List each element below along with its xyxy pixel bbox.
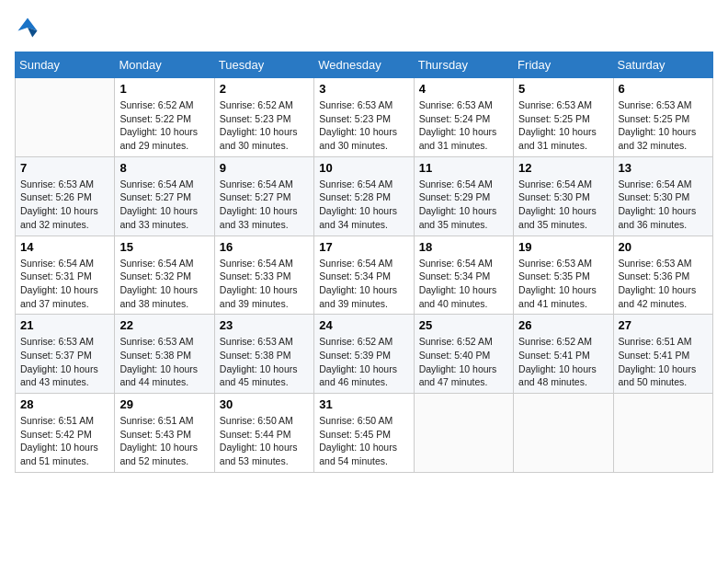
calendar-cell: 29Sunrise: 6:51 AM Sunset: 5:43 PM Dayli… <box>115 394 214 473</box>
day-number: 18 <box>419 240 508 254</box>
calendar-cell: 25Sunrise: 6:52 AM Sunset: 5:40 PM Dayli… <box>414 315 513 394</box>
calendar-cell <box>16 78 115 157</box>
logo <box>15 15 44 40</box>
calendar-cell: 22Sunrise: 6:53 AM Sunset: 5:38 PM Dayli… <box>115 315 214 394</box>
cell-content: Sunrise: 6:53 AM Sunset: 5:36 PM Dayligh… <box>619 257 708 311</box>
cell-content: Sunrise: 6:53 AM Sunset: 5:35 PM Dayligh… <box>518 257 608 311</box>
calendar-week-row: 21Sunrise: 6:53 AM Sunset: 5:37 PM Dayli… <box>16 315 713 394</box>
calendar-cell <box>514 394 613 473</box>
calendar-cell: 2Sunrise: 6:52 AM Sunset: 5:23 PM Daylig… <box>214 78 313 157</box>
calendar-cell: 30Sunrise: 6:50 AM Sunset: 5:44 PM Dayli… <box>214 394 313 473</box>
calendar-body: 1Sunrise: 6:52 AM Sunset: 5:22 PM Daylig… <box>16 78 713 473</box>
weekday-header-sunday: Sunday <box>16 52 115 78</box>
calendar-cell: 23Sunrise: 6:53 AM Sunset: 5:38 PM Dayli… <box>214 315 313 394</box>
day-number: 8 <box>119 161 209 175</box>
cell-content: Sunrise: 6:51 AM Sunset: 5:43 PM Dayligh… <box>119 414 209 468</box>
calendar-cell: 1Sunrise: 6:52 AM Sunset: 5:22 PM Daylig… <box>115 78 214 157</box>
calendar-week-row: 7Sunrise: 6:53 AM Sunset: 5:26 PM Daylig… <box>16 156 713 236</box>
calendar-cell: 26Sunrise: 6:52 AM Sunset: 5:41 PM Dayli… <box>514 315 613 394</box>
weekday-header-tuesday: Tuesday <box>214 52 313 78</box>
day-number: 6 <box>619 82 708 96</box>
day-number: 31 <box>319 397 408 411</box>
cell-content: Sunrise: 6:54 AM Sunset: 5:31 PM Dayligh… <box>20 257 109 311</box>
calendar-cell: 11Sunrise: 6:54 AM Sunset: 5:29 PM Dayli… <box>414 156 513 236</box>
cell-content: Sunrise: 6:54 AM Sunset: 5:29 PM Dayligh… <box>419 178 508 232</box>
svg-marker-0 <box>18 18 38 31</box>
calendar-cell: 13Sunrise: 6:54 AM Sunset: 5:30 PM Dayli… <box>613 156 712 236</box>
day-number: 28 <box>20 397 109 411</box>
cell-content: Sunrise: 6:52 AM Sunset: 5:23 PM Dayligh… <box>220 98 309 153</box>
calendar-cell: 28Sunrise: 6:51 AM Sunset: 5:42 PM Dayli… <box>16 394 115 473</box>
cell-content: Sunrise: 6:54 AM Sunset: 5:33 PM Dayligh… <box>220 257 309 311</box>
cell-content: Sunrise: 6:54 AM Sunset: 5:34 PM Dayligh… <box>419 257 508 311</box>
cell-content: Sunrise: 6:53 AM Sunset: 5:23 PM Dayligh… <box>319 98 408 153</box>
day-number: 27 <box>619 318 708 332</box>
calendar-cell: 20Sunrise: 6:53 AM Sunset: 5:36 PM Dayli… <box>613 236 712 315</box>
calendar-cell: 5Sunrise: 6:53 AM Sunset: 5:25 PM Daylig… <box>514 78 613 157</box>
cell-content: Sunrise: 6:54 AM Sunset: 5:32 PM Dayligh… <box>119 257 209 311</box>
day-number: 26 <box>518 318 608 332</box>
calendar-week-row: 14Sunrise: 6:54 AM Sunset: 5:31 PM Dayli… <box>16 236 713 315</box>
calendar-week-row: 1Sunrise: 6:52 AM Sunset: 5:22 PM Daylig… <box>16 78 713 157</box>
day-number: 14 <box>20 240 109 254</box>
calendar-cell: 10Sunrise: 6:54 AM Sunset: 5:28 PM Dayli… <box>314 156 414 236</box>
day-number: 5 <box>518 82 608 96</box>
day-number: 1 <box>119 82 209 96</box>
day-number: 25 <box>419 318 508 332</box>
cell-content: Sunrise: 6:51 AM Sunset: 5:42 PM Dayligh… <box>20 414 109 468</box>
day-number: 22 <box>119 318 209 332</box>
cell-content: Sunrise: 6:54 AM Sunset: 5:27 PM Dayligh… <box>119 178 209 232</box>
calendar-cell <box>414 394 513 473</box>
calendar-cell: 17Sunrise: 6:54 AM Sunset: 5:34 PM Dayli… <box>314 236 414 315</box>
calendar-cell: 6Sunrise: 6:53 AM Sunset: 5:25 PM Daylig… <box>613 78 712 157</box>
cell-content: Sunrise: 6:53 AM Sunset: 5:25 PM Dayligh… <box>619 98 708 153</box>
cell-content: Sunrise: 6:53 AM Sunset: 5:26 PM Dayligh… <box>20 178 109 232</box>
calendar-cell: 8Sunrise: 6:54 AM Sunset: 5:27 PM Daylig… <box>115 156 214 236</box>
calendar-table: SundayMondayTuesdayWednesdayThursdayFrid… <box>15 52 713 473</box>
page-header <box>15 15 713 40</box>
day-number: 10 <box>319 161 408 175</box>
weekday-header-wednesday: Wednesday <box>314 52 414 78</box>
day-number: 13 <box>619 161 708 175</box>
calendar-cell <box>613 394 712 473</box>
calendar-cell: 31Sunrise: 6:50 AM Sunset: 5:45 PM Dayli… <box>314 394 414 473</box>
calendar-cell: 24Sunrise: 6:52 AM Sunset: 5:39 PM Dayli… <box>314 315 414 394</box>
cell-content: Sunrise: 6:50 AM Sunset: 5:44 PM Dayligh… <box>220 414 309 468</box>
cell-content: Sunrise: 6:53 AM Sunset: 5:25 PM Dayligh… <box>518 98 608 153</box>
weekday-header-thursday: Thursday <box>414 52 513 78</box>
weekday-header-saturday: Saturday <box>613 52 712 78</box>
cell-content: Sunrise: 6:54 AM Sunset: 5:34 PM Dayligh… <box>319 257 408 311</box>
calendar-cell: 4Sunrise: 6:53 AM Sunset: 5:24 PM Daylig… <box>414 78 513 157</box>
day-number: 2 <box>220 82 309 96</box>
calendar-header-row: SundayMondayTuesdayWednesdayThursdayFrid… <box>16 52 713 78</box>
cell-content: Sunrise: 6:53 AM Sunset: 5:38 PM Dayligh… <box>220 335 309 389</box>
day-number: 11 <box>419 161 508 175</box>
day-number: 29 <box>119 397 209 411</box>
day-number: 24 <box>319 318 408 332</box>
weekday-header-friday: Friday <box>514 52 613 78</box>
day-number: 4 <box>419 82 508 96</box>
calendar-cell: 15Sunrise: 6:54 AM Sunset: 5:32 PM Dayli… <box>115 236 214 315</box>
cell-content: Sunrise: 6:54 AM Sunset: 5:28 PM Dayligh… <box>319 178 408 232</box>
calendar-cell: 18Sunrise: 6:54 AM Sunset: 5:34 PM Dayli… <box>414 236 513 315</box>
day-number: 17 <box>319 240 408 254</box>
cell-content: Sunrise: 6:54 AM Sunset: 5:30 PM Dayligh… <box>518 178 608 232</box>
cell-content: Sunrise: 6:54 AM Sunset: 5:30 PM Dayligh… <box>619 178 708 232</box>
day-number: 9 <box>220 161 309 175</box>
cell-content: Sunrise: 6:52 AM Sunset: 5:39 PM Dayligh… <box>319 335 408 389</box>
cell-content: Sunrise: 6:52 AM Sunset: 5:22 PM Dayligh… <box>119 98 209 153</box>
cell-content: Sunrise: 6:50 AM Sunset: 5:45 PM Dayligh… <box>319 414 408 468</box>
cell-content: Sunrise: 6:52 AM Sunset: 5:40 PM Dayligh… <box>419 335 508 389</box>
cell-content: Sunrise: 6:53 AM Sunset: 5:24 PM Dayligh… <box>419 98 508 153</box>
calendar-week-row: 28Sunrise: 6:51 AM Sunset: 5:42 PM Dayli… <box>16 394 713 473</box>
day-number: 20 <box>619 240 708 254</box>
logo-icon <box>15 15 40 40</box>
cell-content: Sunrise: 6:51 AM Sunset: 5:41 PM Dayligh… <box>619 335 708 389</box>
calendar-cell: 14Sunrise: 6:54 AM Sunset: 5:31 PM Dayli… <box>16 236 115 315</box>
day-number: 15 <box>119 240 209 254</box>
weekday-header-monday: Monday <box>115 52 214 78</box>
calendar-cell: 9Sunrise: 6:54 AM Sunset: 5:27 PM Daylig… <box>214 156 313 236</box>
calendar-cell: 12Sunrise: 6:54 AM Sunset: 5:30 PM Dayli… <box>514 156 613 236</box>
calendar-cell: 19Sunrise: 6:53 AM Sunset: 5:35 PM Dayli… <box>514 236 613 315</box>
cell-content: Sunrise: 6:53 AM Sunset: 5:37 PM Dayligh… <box>20 335 109 389</box>
